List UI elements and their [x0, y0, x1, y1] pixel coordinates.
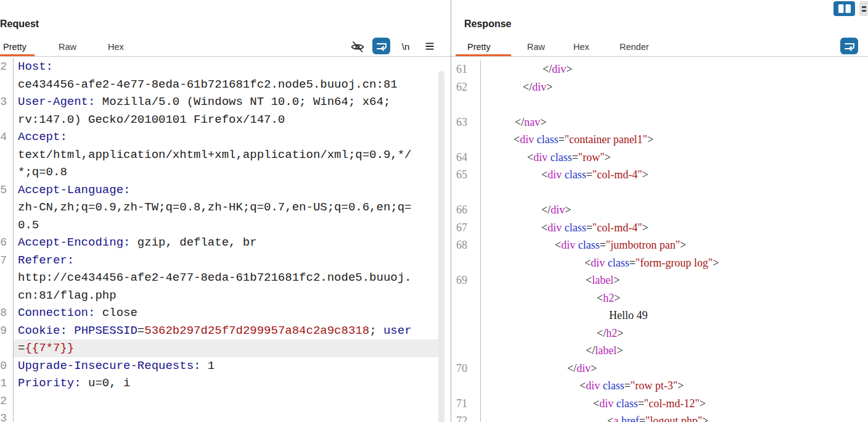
code-line: <div class="form-group log">: [451, 254, 868, 272]
more-tools-button[interactable]: [859, 1, 868, 16]
newline-icon: \n: [402, 41, 410, 52]
code-line: 6Accept-Encoding: gzip, deflate, br: [0, 234, 438, 252]
editor-menu-button[interactable]: [422, 38, 438, 54]
code-line: 9Cookie: PHPSESSID=5362b297d25f7d299957a…: [0, 322, 438, 340]
line-number: 65: [451, 166, 481, 184]
line-number: 71: [451, 395, 481, 413]
code-line: </label>: [451, 342, 868, 360]
code-line: text/html,application/xhtml+xml,applicat…: [0, 146, 438, 164]
line-number: [451, 307, 481, 325]
request-editor[interactable]: 2Host:ce434456-afe2-4e77-8eda-61b721681f…: [0, 57, 438, 422]
code-line: rv:147.0) Gecko/20100101 Firefox/147.0: [0, 111, 438, 129]
code-line: [451, 96, 868, 114]
hide-nonprintable-button[interactable]: [348, 38, 367, 55]
code-line: cn:81/flag.php: [0, 287, 438, 305]
code-line: 62</div>: [451, 78, 868, 96]
line-number: [0, 76, 14, 94]
code-line: *;q=0.8: [0, 163, 438, 181]
word-wrap-icon: [375, 40, 388, 52]
more-tools-icon: [862, 6, 866, 8]
code-line: <h2>: [451, 289, 868, 307]
line-number: 0: [0, 357, 14, 375]
code-line: ={{7*7}}: [0, 339, 438, 357]
code-line: </h2>: [451, 325, 868, 342]
code-line: 2: [0, 392, 438, 410]
tab-request-pretty[interactable]: Pretty: [3, 42, 27, 52]
response-word-wrap-toggle[interactable]: [840, 38, 858, 54]
line-number: 3: [0, 93, 14, 111]
line-number: 1: [0, 374, 14, 392]
line-number: [451, 96, 481, 114]
tab-request-raw[interactable]: Raw: [59, 42, 76, 52]
word-wrap-toggle[interactable]: [372, 38, 390, 54]
code-line: 2Host:: [0, 58, 438, 76]
line-number: [451, 131, 481, 149]
line-number: 4: [0, 128, 14, 146]
line-number: 68: [451, 236, 481, 254]
code-line: 67<div class="col-md-4">: [451, 219, 868, 237]
line-number: 72: [451, 412, 481, 422]
line-number: 63: [451, 114, 481, 131]
code-line: 7Referer:: [0, 252, 438, 270]
hamburger-menu-icon: [423, 39, 436, 53]
tab-response-raw[interactable]: Raw: [527, 42, 545, 52]
line-number: 62: [451, 78, 481, 96]
line-number: 3: [0, 410, 14, 422]
line-number: [451, 342, 481, 360]
code-line: 1Priority: u=0, i: [0, 374, 438, 392]
request-scrollbar[interactable]: [438, 71, 444, 422]
line-number: 64: [451, 149, 481, 167]
request-panel-title: Request: [0, 19, 39, 30]
line-number: 69: [451, 271, 481, 289]
code-line: 5Accept-Language:: [0, 181, 438, 199]
line-number: [451, 289, 481, 307]
tab-response-hex[interactable]: Hex: [573, 42, 589, 52]
line-number: 66: [451, 201, 481, 219]
code-line: 8Connection: close: [0, 304, 438, 322]
code-line: ce434456-afe2-4e77-8eda-61b721681fc2.nod…: [0, 76, 438, 94]
line-number: [0, 217, 14, 234]
code-line: 63</nav>: [451, 114, 868, 131]
line-number: [0, 111, 14, 129]
line-number: 5: [0, 181, 14, 199]
line-number: [0, 269, 14, 287]
code-line: 72<a href="logout.php">: [451, 412, 868, 422]
line-number: 7: [0, 252, 14, 270]
line-number: 2: [0, 58, 14, 76]
line-number: [0, 163, 14, 181]
show-newlines-toggle[interactable]: \n: [398, 39, 414, 54]
code-line: 70</div>: [451, 360, 868, 378]
code-line: http://ce434456-afe2-4e77-8eda-61b721681…: [0, 269, 438, 287]
code-line: 71<div class="col-md-12">: [451, 395, 868, 413]
word-wrap-icon: [843, 40, 856, 52]
two-column-layout-icon: [837, 3, 853, 14]
line-number: [0, 339, 14, 357]
code-line: 3User-Agent: Mozilla/5.0 (Windows NT 10.…: [0, 93, 438, 111]
line-number: 2: [0, 392, 14, 410]
request-panel: Request Pretty Raw Hex \n 2Host:ce434456…: [0, 0, 451, 422]
code-line: Hello 49: [451, 307, 868, 325]
two-column-layout-button[interactable]: [833, 1, 855, 16]
line-number: [0, 287, 14, 305]
code-line: <div class="row pt-3">: [451, 377, 868, 395]
eye-slash-icon: [350, 39, 366, 55]
code-line: 3: [0, 410, 438, 422]
line-number: 9: [0, 322, 14, 340]
code-line: 69<label>: [451, 271, 868, 289]
code-line: 4Accept:: [0, 128, 438, 146]
line-number: 70: [451, 360, 481, 378]
tab-response-pretty[interactable]: Pretty: [467, 42, 491, 52]
response-viewer[interactable]: 61</div>62</div>63</nav><div class="cont…: [451, 57, 868, 422]
line-number: 8: [0, 304, 14, 322]
response-panel: Response Pretty Raw Hex Render 61</div>6…: [451, 0, 868, 422]
tab-request-hex[interactable]: Hex: [108, 42, 124, 52]
response-panel-title: Response: [464, 19, 511, 30]
code-line: 65<div class="col-md-4">: [451, 166, 868, 184]
tab-response-render[interactable]: Render: [620, 42, 649, 52]
line-number: 61: [451, 60, 481, 78]
code-line: zh-CN,zh;q=0.9,zh-TW;q=0.8,zh-HK;q=0.7,e…: [0, 199, 438, 217]
code-line: 61</div>: [451, 60, 868, 78]
line-number: [0, 199, 14, 217]
line-number: [451, 377, 481, 395]
line-number: [451, 325, 481, 342]
